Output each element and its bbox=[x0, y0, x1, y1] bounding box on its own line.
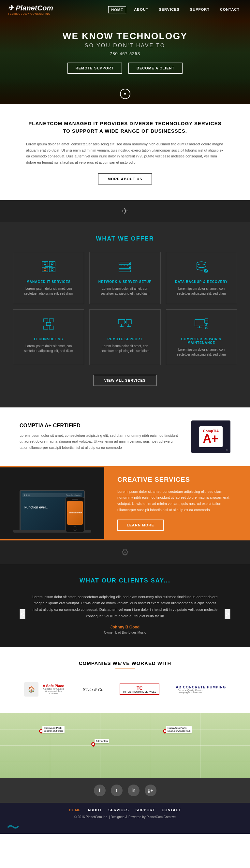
creative-devices: PlanetCom Creative Function over... Func… bbox=[0, 467, 104, 539]
svg-rect-27 bbox=[46, 322, 51, 326]
svg-line-30 bbox=[45, 326, 47, 326]
service-card-0: MANAGED IT SERVICES Lorem ipsum dolor si… bbox=[13, 252, 84, 304]
creative-heading: CREATIVE SERVICES bbox=[117, 476, 237, 484]
remote-support-icon bbox=[95, 317, 155, 334]
hero-subtitle: SO YOU DON'T HAVE TO bbox=[63, 43, 187, 49]
hero-phone: 780-467-5253 bbox=[63, 51, 187, 56]
logo-tagline: TECHNOLOGY CONSULTING bbox=[8, 12, 53, 15]
testimonial-quote: Lorem ipsum dolor sit amet, consectetuer… bbox=[31, 594, 219, 620]
service-desc-1: Lorem ipsum dolor sit amet, con sectetue… bbox=[95, 286, 155, 296]
comptia-registered: ® bbox=[226, 449, 228, 452]
svg-line-28 bbox=[45, 322, 47, 322]
comptia-badge: CompTIA A+ ® bbox=[191, 421, 230, 453]
dark-divider: ✈ bbox=[0, 200, 250, 222]
section-underline bbox=[115, 669, 135, 669]
map-label-2: Edmonton bbox=[95, 739, 109, 743]
nav-contact[interactable]: CONTACT bbox=[217, 6, 242, 13]
logo[interactable]: ✈ PlanetCom TECHNOLOGY CONSULTING bbox=[8, 4, 53, 15]
map-section: Sherwood ParkColeman Stuff Store Edmonto… bbox=[0, 713, 250, 778]
company-name-0: A Safe Place bbox=[40, 684, 66, 688]
svg-point-19 bbox=[197, 262, 206, 265]
footer-nav-contact[interactable]: CONTACT bbox=[162, 808, 181, 812]
nav-support[interactable]: SUPPORT bbox=[187, 6, 212, 13]
svg-point-5 bbox=[51, 263, 53, 265]
footer-wave: 〜 bbox=[0, 824, 250, 834]
footer-nav-services[interactable]: SERVICES bbox=[108, 808, 129, 812]
hero-title: WE KNOW TECHNOLOGY bbox=[63, 31, 187, 41]
remote-support-button[interactable]: REMOTE SUPPORT bbox=[67, 63, 122, 74]
svg-rect-32 bbox=[118, 319, 125, 324]
service-card-3: IT CONSULTING Lorem ipsum dolor sit amet… bbox=[13, 309, 84, 365]
next-testimonial-button[interactable]: > bbox=[225, 609, 230, 619]
footer-bottom: HOME ABOUT SERVICES SUPPORT CONTACT © 20… bbox=[0, 803, 250, 824]
company-sub-0: A Shelter for Abused Women and their Chi… bbox=[40, 688, 66, 694]
svg-point-14 bbox=[129, 263, 130, 264]
data-backup-icon: + bbox=[171, 260, 231, 276]
facebook-icon[interactable]: f bbox=[94, 784, 105, 796]
companies-section: COMPANIES WE'VE WORKED WITH 🏠 A Safe Pla… bbox=[0, 647, 250, 713]
googleplus-icon[interactable]: g+ bbox=[145, 784, 156, 796]
service-desc-5: Lorem ipsum dolor sit amet, con sectetue… bbox=[171, 347, 231, 357]
service-card-5: COMPUTER REPAIR & MAINTENANCE Lorem ipsu… bbox=[166, 309, 237, 365]
testimonial-role: Owner, Bad Boy Blues Music bbox=[31, 631, 219, 634]
comptia-body: Lorem ipsum dolor sit amet, consectetuer… bbox=[20, 433, 178, 451]
service-card-2: + DATA BACKUP & RECOVERY Lorem ipsum dol… bbox=[166, 252, 237, 304]
footer-nav-about[interactable]: ABOUT bbox=[87, 808, 102, 812]
svg-rect-42 bbox=[205, 319, 208, 323]
svg-point-15 bbox=[129, 267, 130, 268]
company-logo-3: AB CONCRETE PUMPING Because Quality Coun… bbox=[173, 682, 229, 697]
footer-nav-home[interactable]: HOME bbox=[69, 808, 81, 812]
hero-buttons: REMOTE SUPPORT BECOME A CLIENT bbox=[63, 63, 187, 74]
creative-section: PlanetCom Creative Function over... Func… bbox=[0, 466, 250, 540]
svg-rect-1 bbox=[49, 261, 55, 266]
footer-nav-support[interactable]: SUPPORT bbox=[135, 808, 155, 812]
service-card-1: NETWORK & SERVER SETUP Lorem ipsum dolor… bbox=[89, 252, 160, 304]
testimonial-section: WHAT OUR CLIENTS SAY... < Lorem ipsum do… bbox=[0, 564, 250, 647]
linkedin-icon[interactable]: in bbox=[128, 784, 139, 796]
network-server-icon bbox=[95, 260, 155, 276]
creative-text: CREATIVE SERVICES Lorem ipsum dolor sit … bbox=[104, 466, 250, 540]
view-all-services-button[interactable]: VIEW ALL SERVICES bbox=[94, 375, 156, 386]
svg-rect-39 bbox=[195, 319, 204, 326]
service-desc-0: Lorem ipsum dolor sit amet, con sectetue… bbox=[19, 286, 79, 296]
svg-rect-13 bbox=[119, 270, 131, 272]
company-logo-0: 🏠 A Safe Place A Shelter for Abused Wome… bbox=[21, 679, 70, 700]
company-sub-2: INFRASTRUCTURE SERVICES bbox=[123, 691, 156, 693]
comptia-text: COMPTIA A+ CERTIFIED Lorem ipsum dolor s… bbox=[20, 423, 178, 451]
service-title-2: DATA BACKUP & RECOVERY bbox=[171, 280, 231, 284]
company-logo-1: Silvia & Co bbox=[80, 683, 107, 695]
managed-it-icon bbox=[19, 260, 79, 276]
learn-more-button[interactable]: LEARN MORE bbox=[117, 520, 164, 531]
creative-body: Lorem ipsum dolor sit amet, consectetuer… bbox=[117, 489, 237, 513]
mobile-device: Function over fluff bbox=[65, 497, 85, 533]
scroll-down-button[interactable]: ▾ bbox=[120, 89, 130, 99]
svg-rect-23 bbox=[43, 319, 48, 322]
svg-text:+: + bbox=[205, 271, 206, 273]
svg-point-9 bbox=[44, 269, 46, 271]
hero-content: WE KNOW TECHNOLOGY SO YOU DON'T HAVE TO … bbox=[63, 31, 187, 74]
service-title-3: IT CONSULTING bbox=[19, 337, 79, 341]
company-name-2: TC bbox=[123, 685, 156, 691]
companies-grid: 🏠 A Safe Place A Shelter for Abused Wome… bbox=[13, 679, 237, 700]
nav-home[interactable]: HOME bbox=[108, 6, 126, 13]
more-about-button[interactable]: MORE ABOUT US bbox=[98, 174, 152, 185]
footer-nav: HOME ABOUT SERVICES SUPPORT CONTACT bbox=[13, 808, 237, 812]
nav-about[interactable]: ABOUT bbox=[131, 6, 151, 13]
map-label-3: Nada Auto PartsNADA Brownwood Park bbox=[166, 726, 192, 733]
twitter-icon[interactable]: t bbox=[111, 784, 123, 796]
company-sub-3: Because Quality Counts. Pumping Professi… bbox=[176, 689, 205, 693]
prev-testimonial-button[interactable]: < bbox=[20, 609, 25, 619]
offer-grid: MANAGED IT SERVICES Lorem ipsum dolor si… bbox=[13, 252, 237, 365]
service-card-4: REMOTE SUPPORT Lorem ipsum dolor sit ame… bbox=[89, 309, 160, 365]
nav-services[interactable]: SERVICES bbox=[156, 6, 182, 13]
svg-rect-0 bbox=[42, 261, 48, 266]
main-nav: HOME ABOUT SERVICES SUPPORT CONTACT bbox=[108, 6, 242, 13]
comptia-section: COMPTIA A+ CERTIFIED Lorem ipsum dolor s… bbox=[0, 407, 250, 466]
about-section: PLANETCOM MANAGED IT PROVIDES DIVERSE TE… bbox=[0, 104, 250, 200]
company-name-3: AB CONCRETE PUMPING bbox=[176, 685, 226, 689]
become-client-button[interactable]: BECOME A CLIENT bbox=[128, 63, 183, 74]
svg-point-10 bbox=[51, 269, 53, 271]
service-title-1: NETWORK & SERVER SETUP bbox=[95, 280, 155, 284]
offer-section: WHAT WE OFFER bbox=[0, 222, 250, 407]
svg-point-4 bbox=[44, 263, 46, 265]
